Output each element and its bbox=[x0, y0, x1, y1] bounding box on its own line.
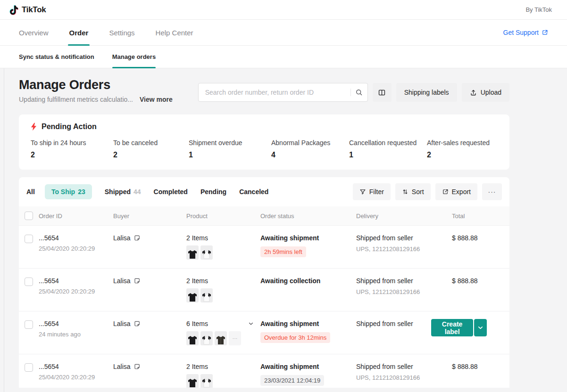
stat-label: After-sales requested bbox=[427, 139, 490, 147]
order-id[interactable]: ...5654 bbox=[39, 363, 113, 370]
stat-cancellation-requested[interactable]: Cancellation requested 1 bbox=[349, 139, 427, 159]
page-title: Manage Orders bbox=[19, 78, 173, 92]
buyer-cell: Lalisa bbox=[113, 234, 186, 242]
copy-icon[interactable] bbox=[134, 320, 141, 327]
product-thumbnails bbox=[186, 245, 260, 260]
white-patterned-shirt-thumbnail[interactable] bbox=[200, 331, 213, 345]
tab-to-ship[interactable]: To Ship 23 bbox=[45, 184, 92, 199]
tab-completed[interactable]: Completed bbox=[154, 188, 188, 196]
order-status: Awaiting shipment bbox=[260, 320, 356, 327]
dark-jacket-thumbnail[interactable] bbox=[215, 331, 227, 345]
product-cell: 2 Items bbox=[186, 234, 260, 260]
copy-icon[interactable] bbox=[134, 278, 141, 285]
stat-to-ship-24h[interactable]: To ship in 24 hours 2 bbox=[31, 139, 113, 159]
tab-overview[interactable]: Overview bbox=[19, 20, 49, 46]
stat-label: Cancellation requested bbox=[349, 139, 427, 147]
sort-button[interactable]: Sort bbox=[395, 183, 431, 200]
view-more-link[interactable]: View more bbox=[140, 96, 173, 103]
black-tshirt-thumbnail[interactable] bbox=[186, 331, 199, 345]
stat-to-be-canceled[interactable]: To be canceled 2 bbox=[113, 139, 189, 159]
shipping-labels-button[interactable]: Shipping labels bbox=[396, 83, 457, 102]
buyer-cell: Lalisa bbox=[113, 363, 186, 370]
tracking-number: UPS, 12121208129166 bbox=[356, 374, 452, 381]
upload-label: Upload bbox=[481, 89, 501, 96]
upload-button[interactable]: Upload bbox=[462, 83, 509, 102]
order-search-box bbox=[198, 83, 368, 102]
get-support-label: Get Support bbox=[503, 29, 539, 36]
page-subtitle-row: Updating fulfillment metrics calculatio.… bbox=[19, 96, 173, 103]
tab-shipped-count: 44 bbox=[133, 188, 141, 196]
stat-value: 2 bbox=[113, 151, 189, 159]
view-columns-button[interactable] bbox=[373, 83, 392, 102]
tab-help-center[interactable]: Help Center bbox=[156, 20, 193, 46]
shipping-labels-label: Shipping labels bbox=[404, 89, 449, 96]
tiktok-note-icon bbox=[8, 4, 19, 16]
open-book-icon bbox=[378, 89, 386, 97]
more-products-indicator[interactable]: ··· bbox=[229, 331, 241, 345]
table-row: ...5654 25/04/2020 20:20:29 Lalisa 2 Ite… bbox=[19, 268, 509, 311]
stat-value: 4 bbox=[271, 151, 349, 159]
tab-all[interactable]: All bbox=[26, 188, 35, 196]
get-support-link[interactable]: Get Support bbox=[503, 29, 549, 36]
buyer-cell: Lalisa bbox=[113, 277, 186, 285]
order-id-cell: ...5654 25/04/2020 20:20:29 bbox=[39, 277, 113, 295]
black-tshirt-thumbnail[interactable] bbox=[186, 374, 199, 388]
row-checkbox[interactable] bbox=[25, 320, 33, 329]
order-id[interactable]: ...5654 bbox=[39, 277, 113, 285]
filter-button[interactable]: Filter bbox=[353, 183, 391, 200]
create-label-split-button: Create label bbox=[431, 319, 487, 336]
white-patterned-shirt-thumbnail[interactable] bbox=[200, 288, 213, 302]
stat-abnormal-packages[interactable]: Abnormal Packages 4 bbox=[271, 139, 349, 159]
select-all-checkbox[interactable] bbox=[25, 212, 33, 220]
stat-shipment-overdue[interactable]: Shipment overdue 1 bbox=[189, 139, 271, 159]
create-label-button[interactable]: Create label bbox=[431, 319, 473, 336]
order-status: Awaiting shipment bbox=[260, 363, 356, 370]
delivery-method: Shipped from seller bbox=[356, 363, 452, 370]
brand-wordmark: TikTok bbox=[22, 5, 46, 15]
status-badge: Overdue for 3h 12mins bbox=[260, 332, 330, 343]
tracking-number: UPS, 12121208129166 bbox=[356, 245, 452, 253]
row-checkbox[interactable] bbox=[25, 278, 33, 286]
col-order-id: Order ID bbox=[39, 212, 113, 220]
product-thumbnails: ··· bbox=[186, 331, 260, 345]
tab-canceled[interactable]: Canceled bbox=[239, 188, 268, 196]
subtab-sync-status[interactable]: Sync status & notification bbox=[19, 46, 94, 68]
stat-value: 1 bbox=[189, 151, 271, 159]
buyer-name: Lalisa bbox=[113, 320, 131, 327]
order-search-input[interactable] bbox=[205, 89, 346, 96]
row-checkbox[interactable] bbox=[25, 235, 33, 243]
tab-order[interactable]: Order bbox=[69, 20, 89, 46]
stat-after-sales-requested[interactable]: After-sales requested 2 bbox=[427, 139, 490, 159]
white-patterned-shirt-thumbnail[interactable] bbox=[200, 374, 213, 388]
tab-settings[interactable]: Settings bbox=[109, 20, 134, 46]
copy-icon[interactable] bbox=[134, 235, 141, 242]
order-time: 25/04/2020 20:20:29 bbox=[39, 374, 113, 381]
black-tshirt-thumbnail[interactable] bbox=[186, 288, 199, 302]
white-patterned-shirt-thumbnail[interactable] bbox=[200, 245, 213, 260]
search-icon[interactable] bbox=[355, 89, 363, 96]
export-button[interactable]: Export bbox=[435, 183, 477, 200]
title-block: Manage Orders Updating fulfillment metri… bbox=[19, 78, 173, 103]
order-id[interactable]: ...5654 bbox=[39, 320, 113, 327]
left-scrollbar-track[interactable] bbox=[4, 68, 4, 392]
filter-label: Filter bbox=[369, 188, 384, 196]
product-thumbnails bbox=[186, 288, 260, 302]
stat-value: 2 bbox=[427, 151, 490, 159]
expand-items-chevron-icon[interactable] bbox=[248, 321, 254, 327]
status-badge: 2h 59mins left bbox=[260, 246, 306, 257]
more-actions-button[interactable]: ··· bbox=[482, 183, 502, 200]
black-tshirt-thumbnail[interactable] bbox=[186, 245, 199, 260]
stat-label: To ship in 24 hours bbox=[31, 139, 113, 147]
status-cell: Awaiting shipment 23/03/2021 12:04:19 bbox=[260, 363, 356, 386]
copy-icon[interactable] bbox=[134, 363, 141, 370]
order-filter-tabs: All To Ship 23 Shipped 44 Completed Pend… bbox=[19, 183, 509, 206]
order-time: 25/04/2020 20:20:29 bbox=[39, 288, 113, 295]
order-id[interactable]: ...5654 bbox=[39, 234, 113, 242]
tab-shipped[interactable]: Shipped 44 bbox=[105, 188, 141, 196]
orders-card: All To Ship 23 Shipped 44 Completed Pend… bbox=[19, 177, 509, 388]
subtab-manage-orders[interactable]: Manage orders bbox=[112, 46, 156, 68]
create-label-dropdown-button[interactable] bbox=[474, 319, 486, 336]
tab-pending[interactable]: Pending bbox=[200, 188, 226, 196]
row-checkbox[interactable] bbox=[25, 363, 33, 372]
lightning-icon bbox=[30, 122, 37, 131]
